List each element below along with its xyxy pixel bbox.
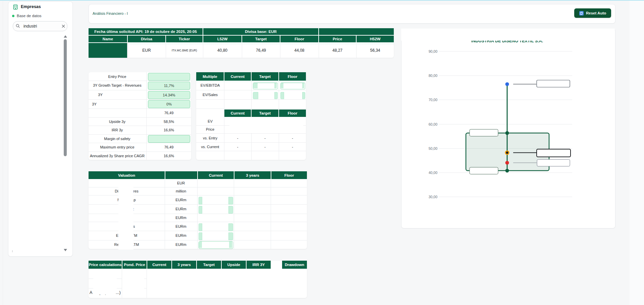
svg-text:50,00: 50,00 xyxy=(429,146,437,150)
svg-text:60,00: 60,00 xyxy=(429,122,437,126)
svg-text:80,00: 80,00 xyxy=(429,74,437,78)
svg-text:90,00: 90,00 xyxy=(429,49,437,53)
svg-text:70,00: 70,00 xyxy=(429,98,437,102)
svg-text:30,00: 30,00 xyxy=(429,195,437,199)
svg-text:40,00: 40,00 xyxy=(429,171,437,175)
